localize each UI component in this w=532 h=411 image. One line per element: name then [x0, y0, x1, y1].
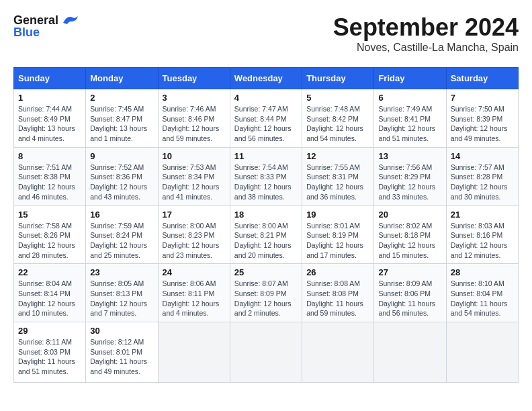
- day-info: Sunrise: 7:51 AM Sunset: 8:38 PM Dayligh…: [18, 163, 81, 202]
- day-info: Sunrise: 8:00 AM Sunset: 8:21 PM Dayligh…: [234, 221, 298, 261]
- page-container: General Blue September 2024 Noves, Casti…: [13, 13, 519, 383]
- day-number: 14: [451, 151, 514, 161]
- day-info: Sunrise: 7:53 AM Sunset: 8:34 PM Dayligh…: [163, 163, 226, 202]
- day-number: 7: [451, 93, 514, 103]
- day-number: 21: [451, 210, 514, 220]
- day-info: Sunrise: 7:48 AM Sunset: 8:42 PM Dayligh…: [306, 104, 369, 144]
- table-row: 4Sunrise: 7:47 AM Sunset: 8:44 PM Daylig…: [230, 89, 302, 148]
- day-number: 20: [378, 210, 441, 220]
- table-row: 3Sunrise: 7:46 AM Sunset: 8:46 PM Daylig…: [158, 89, 230, 148]
- day-number: 11: [234, 151, 298, 161]
- table-row: 13Sunrise: 7:56 AM Sunset: 8:29 PM Dayli…: [374, 147, 446, 205]
- table-row: 12Sunrise: 7:55 AM Sunset: 8:31 PM Dayli…: [302, 147, 374, 205]
- day-number: 24: [163, 267, 226, 277]
- day-number: 26: [306, 267, 369, 277]
- table-row: 1Sunrise: 7:44 AM Sunset: 8:49 PM Daylig…: [14, 89, 86, 148]
- day-info: Sunrise: 7:44 AM Sunset: 8:49 PM Dayligh…: [18, 104, 81, 144]
- table-row: 16Sunrise: 7:59 AM Sunset: 8:24 PM Dayli…: [86, 205, 158, 264]
- table-row: 18Sunrise: 8:00 AM Sunset: 8:21 PM Dayli…: [230, 205, 302, 264]
- header-friday: Friday: [374, 68, 446, 89]
- day-number: 6: [378, 93, 441, 103]
- table-row: 14Sunrise: 7:57 AM Sunset: 8:28 PM Dayli…: [446, 147, 518, 205]
- day-number: 10: [163, 151, 226, 161]
- header-monday: Monday: [86, 68, 158, 89]
- header-saturday: Saturday: [446, 68, 518, 89]
- table-row: 21Sunrise: 8:03 AM Sunset: 8:16 PM Dayli…: [446, 205, 518, 264]
- table-row: 10Sunrise: 7:53 AM Sunset: 8:34 PM Dayli…: [158, 147, 230, 205]
- calendar-week-3: 15Sunrise: 7:58 AM Sunset: 8:26 PM Dayli…: [14, 205, 519, 264]
- calendar-week-2: 8Sunrise: 7:51 AM Sunset: 8:38 PM Daylig…: [14, 147, 519, 205]
- table-row: 29Sunrise: 8:11 AM Sunset: 8:03 PM Dayli…: [14, 322, 86, 383]
- table-row: 27Sunrise: 8:09 AM Sunset: 8:06 PM Dayli…: [374, 264, 446, 322]
- day-number: 16: [90, 210, 153, 220]
- day-number: 29: [18, 326, 81, 336]
- day-info: Sunrise: 7:46 AM Sunset: 8:46 PM Dayligh…: [163, 104, 226, 144]
- table-row: 19Sunrise: 8:01 AM Sunset: 8:19 PM Dayli…: [302, 205, 374, 264]
- day-number: 13: [378, 151, 441, 161]
- day-number: 30: [90, 326, 153, 336]
- header-tuesday: Tuesday: [158, 68, 230, 89]
- table-row: 23Sunrise: 8:05 AM Sunset: 8:13 PM Dayli…: [86, 264, 158, 322]
- header-sunday: Sunday: [14, 68, 86, 89]
- month-year-title: September 2024: [333, 13, 519, 42]
- table-row: [230, 322, 302, 383]
- day-info: Sunrise: 8:05 AM Sunset: 8:13 PM Dayligh…: [90, 279, 153, 318]
- header-thursday: Thursday: [302, 68, 374, 89]
- day-info: Sunrise: 7:47 AM Sunset: 8:44 PM Dayligh…: [234, 104, 298, 144]
- table-row: 20Sunrise: 8:02 AM Sunset: 8:18 PM Dayli…: [374, 205, 446, 264]
- table-row: 2Sunrise: 7:45 AM Sunset: 8:47 PM Daylig…: [86, 89, 158, 148]
- day-number: 12: [306, 151, 369, 161]
- calendar-week-4: 22Sunrise: 8:04 AM Sunset: 8:14 PM Dayli…: [14, 264, 519, 322]
- day-number: 15: [18, 210, 81, 220]
- table-row: [446, 322, 518, 383]
- day-number: 9: [90, 151, 153, 161]
- table-row: 22Sunrise: 8:04 AM Sunset: 8:14 PM Dayli…: [14, 264, 86, 322]
- day-info: Sunrise: 8:12 AM Sunset: 8:01 PM Dayligh…: [90, 337, 153, 377]
- day-info: Sunrise: 7:58 AM Sunset: 8:26 PM Dayligh…: [18, 221, 81, 261]
- table-row: 9Sunrise: 7:52 AM Sunset: 8:36 PM Daylig…: [86, 147, 158, 205]
- table-row: [302, 322, 374, 383]
- day-info: Sunrise: 7:57 AM Sunset: 8:28 PM Dayligh…: [451, 163, 514, 202]
- day-info: Sunrise: 8:07 AM Sunset: 8:09 PM Dayligh…: [234, 279, 298, 318]
- day-info: Sunrise: 8:04 AM Sunset: 8:14 PM Dayligh…: [18, 279, 81, 318]
- table-row: 30Sunrise: 8:12 AM Sunset: 8:01 PM Dayli…: [86, 322, 158, 383]
- table-row: 26Sunrise: 8:08 AM Sunset: 8:08 PM Dayli…: [302, 264, 374, 322]
- logo: General Blue: [13, 13, 78, 40]
- day-info: Sunrise: 8:03 AM Sunset: 8:16 PM Dayligh…: [451, 221, 514, 261]
- day-info: Sunrise: 7:55 AM Sunset: 8:31 PM Dayligh…: [306, 163, 369, 202]
- day-number: 8: [18, 151, 81, 161]
- day-number: 23: [90, 267, 153, 277]
- day-number: 2: [90, 93, 153, 103]
- location-subtitle: Noves, Castille-La Mancha, Spain: [333, 42, 519, 54]
- logo-blue: Blue: [13, 26, 40, 40]
- title-section: September 2024 Noves, Castille-La Mancha…: [333, 13, 519, 54]
- day-info: Sunrise: 7:59 AM Sunset: 8:24 PM Dayligh…: [90, 221, 153, 261]
- day-info: Sunrise: 7:45 AM Sunset: 8:47 PM Dayligh…: [90, 104, 153, 144]
- day-info: Sunrise: 8:10 AM Sunset: 8:04 PM Dayligh…: [451, 279, 514, 318]
- day-number: 5: [306, 93, 369, 103]
- table-row: [158, 322, 230, 383]
- day-info: Sunrise: 8:00 AM Sunset: 8:23 PM Dayligh…: [163, 221, 226, 261]
- day-info: Sunrise: 7:56 AM Sunset: 8:29 PM Dayligh…: [378, 163, 441, 202]
- day-number: 1: [18, 93, 81, 103]
- table-row: 24Sunrise: 8:06 AM Sunset: 8:11 PM Dayli…: [158, 264, 230, 322]
- day-info: Sunrise: 7:50 AM Sunset: 8:39 PM Dayligh…: [451, 104, 514, 144]
- day-info: Sunrise: 7:49 AM Sunset: 8:41 PM Dayligh…: [378, 104, 441, 144]
- day-number: 28: [451, 267, 514, 277]
- table-row: 8Sunrise: 7:51 AM Sunset: 8:38 PM Daylig…: [14, 147, 86, 205]
- day-info: Sunrise: 8:09 AM Sunset: 8:06 PM Dayligh…: [378, 279, 441, 318]
- calendar-week-5: 29Sunrise: 8:11 AM Sunset: 8:03 PM Dayli…: [14, 322, 519, 383]
- day-number: 19: [306, 210, 369, 220]
- day-info: Sunrise: 7:52 AM Sunset: 8:36 PM Dayligh…: [90, 163, 153, 202]
- day-number: 27: [378, 267, 441, 277]
- table-row: 11Sunrise: 7:54 AM Sunset: 8:33 PM Dayli…: [230, 147, 302, 205]
- table-row: 28Sunrise: 8:10 AM Sunset: 8:04 PM Dayli…: [446, 264, 518, 322]
- day-number: 22: [18, 267, 81, 277]
- day-info: Sunrise: 8:06 AM Sunset: 8:11 PM Dayligh…: [163, 279, 226, 318]
- table-row: 7Sunrise: 7:50 AM Sunset: 8:39 PM Daylig…: [446, 89, 518, 148]
- table-row: 25Sunrise: 8:07 AM Sunset: 8:09 PM Dayli…: [230, 264, 302, 322]
- day-info: Sunrise: 7:54 AM Sunset: 8:33 PM Dayligh…: [234, 163, 298, 202]
- day-number: 18: [234, 210, 298, 220]
- logo-bird-icon: [63, 15, 78, 27]
- calendar-table: Sunday Monday Tuesday Wednesday Thursday…: [13, 67, 519, 383]
